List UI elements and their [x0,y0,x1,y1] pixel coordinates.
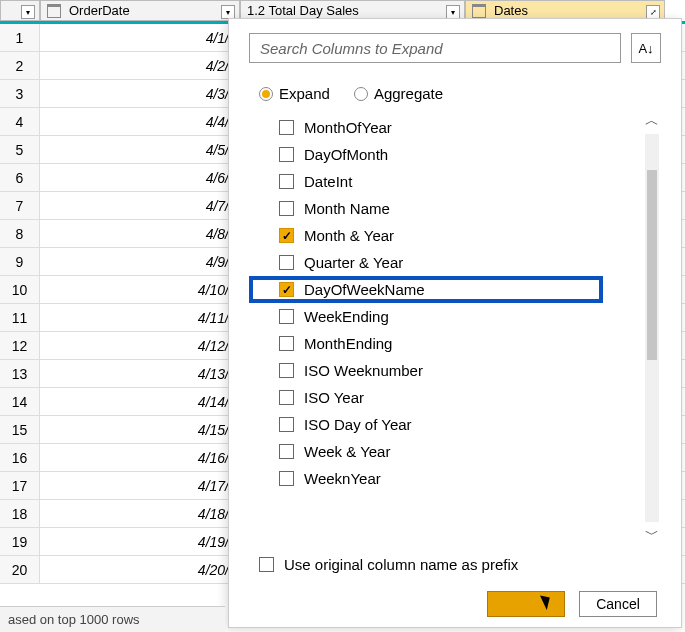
column-option[interactable]: DateInt [279,168,643,195]
column-filter-dropdown[interactable]: ▾ [446,5,460,19]
column-option[interactable]: ISO Day of Year [279,411,643,438]
row-number-cell: 18 [0,500,40,527]
radio-expand[interactable]: Expand [259,85,330,102]
column-option[interactable]: DayOfMonth [279,141,643,168]
row-number-cell: 8 [0,220,40,247]
row-number-cell: 11 [0,304,40,331]
column-header-label: Dates [494,3,528,18]
calendar-icon [47,4,63,18]
row-number-cell: 2 [0,52,40,79]
checkbox-icon[interactable] [279,444,294,459]
column-header-label: OrderDate [69,3,130,18]
checkbox-icon[interactable] [279,309,294,324]
column-option[interactable]: ISO Year [279,384,643,411]
option-label: Quarter & Year [304,254,403,271]
checkbox-icon[interactable] [279,363,294,378]
orderdate-cell: 4/15/ [40,416,240,443]
radio-dot-icon [259,87,273,101]
orderdate-cell: 4/13/ [40,360,240,387]
column-option[interactable]: MonthOfYear [279,114,643,141]
orderdate-cell: 4/19/ [40,528,240,555]
column-option[interactable]: MonthEnding [279,330,643,357]
row-number-cell: 6 [0,164,40,191]
option-label: WeeknYear [304,470,381,487]
checkbox-icon[interactable] [279,282,294,297]
status-bar: ased on top 1000 rows [0,606,225,632]
orderdate-cell: 4/20/ [40,556,240,583]
sort-az-icon: A↓ [638,41,653,56]
search-placeholder: Search Columns to Expand [260,40,443,57]
checkbox-icon[interactable] [259,557,274,572]
option-label: MonthOfYear [304,119,392,136]
calendar-icon [472,4,488,18]
radio-aggregate[interactable]: Aggregate [354,85,443,102]
scrollbar[interactable]: ︿ ﹀ [643,114,661,542]
row-number-cell: 10 [0,276,40,303]
column-expand-dropdown[interactable]: ⤢ [646,5,660,19]
orderdate-cell: 4/7/ [40,192,240,219]
row-number-cell: 13 [0,360,40,387]
radio-label: Aggregate [374,85,443,102]
cancel-button[interactable]: Cancel [579,591,657,617]
orderdate-cell: 4/11/ [40,304,240,331]
scroll-down-icon[interactable]: ﹀ [645,528,659,542]
column-option[interactable]: Quarter & Year [279,249,643,276]
column-header-label: 1.2 Total Day Sales [247,3,359,18]
column-option[interactable]: DayOfWeekName [249,276,603,303]
checkbox-icon[interactable] [279,174,294,189]
checkbox-icon[interactable] [279,336,294,351]
option-label: DateInt [304,173,352,190]
orderdate-cell: 4/16/ [40,444,240,471]
checkbox-icon[interactable] [279,228,294,243]
prefix-label: Use original column name as prefix [284,556,518,573]
checkbox-icon[interactable] [279,390,294,405]
checkbox-icon[interactable] [279,147,294,162]
row-number-cell: 4 [0,108,40,135]
column-option[interactable]: Week & Year [279,438,643,465]
row-number-cell: 7 [0,192,40,219]
option-label: Month & Year [304,227,394,244]
orderdate-cell: 4/1/ [40,24,240,51]
row-number-cell: 14 [0,388,40,415]
button-label: Cancel [596,596,640,612]
expand-column-popup: Search Columns to Expand A↓ Expand Aggre… [228,18,682,628]
row-number-cell: 12 [0,332,40,359]
column-option[interactable]: Month & Year [279,222,643,249]
column-option[interactable]: ISO Weeknumber [279,357,643,384]
column-option[interactable]: WeekEnding [279,303,643,330]
option-label: WeekEnding [304,308,389,325]
prefix-option-row[interactable]: Use original column name as prefix [249,542,661,591]
search-input[interactable]: Search Columns to Expand [249,33,621,63]
orderdate-cell: 4/17/ [40,472,240,499]
scroll-thumb[interactable] [647,170,657,360]
checkbox-icon[interactable] [279,201,294,216]
column-option[interactable]: WeeknYear [279,465,643,492]
column-filter-dropdown[interactable]: ▾ [221,5,235,19]
checkbox-icon[interactable] [279,255,294,270]
scroll-up-icon[interactable]: ︿ [645,114,659,128]
checkbox-icon[interactable] [279,471,294,486]
scroll-track[interactable] [645,134,659,522]
option-label: ISO Year [304,389,364,406]
row-number-cell: 9 [0,248,40,275]
row-number-cell: 20 [0,556,40,583]
row-number-cell: 3 [0,80,40,107]
option-label: Week & Year [304,443,390,460]
row-number-header: ▾ [0,0,40,21]
column-header-orderdate[interactable]: OrderDate ▾ [40,0,240,21]
orderdate-cell: 4/6/ [40,164,240,191]
orderdate-cell: 4/3/ [40,80,240,107]
column-option[interactable]: Month Name [279,195,643,222]
status-text: ased on top 1000 rows [8,612,140,627]
dialog-button-row: OK Cancel [249,591,661,617]
orderdate-cell: 4/10/ [40,276,240,303]
orderdate-cell: 4/14/ [40,388,240,415]
row-number-cell: 19 [0,528,40,555]
orderdate-cell: 4/12/ [40,332,240,359]
ok-button[interactable]: OK [487,591,565,617]
checkbox-icon[interactable] [279,417,294,432]
sort-button[interactable]: A↓ [631,33,661,63]
row-number-cell: 1 [0,24,40,51]
checkbox-icon[interactable] [279,120,294,135]
row-menu-dropdown[interactable]: ▾ [21,5,35,19]
